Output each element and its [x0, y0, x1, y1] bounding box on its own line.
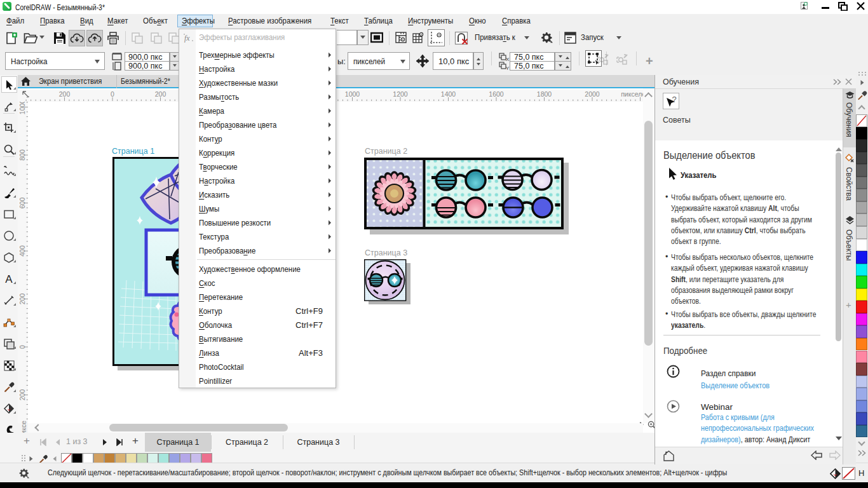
svg-text:0: 0: [18, 345, 26, 349]
svg-text:?: ?: [672, 95, 677, 104]
svg-text:1600: 1600: [489, 90, 504, 98]
svg-text:1800: 1800: [537, 90, 552, 98]
svg-text:200: 200: [18, 390, 26, 401]
svg-text:0: 0: [111, 90, 114, 98]
svg-text:200: 200: [59, 90, 71, 98]
svg-text:800: 800: [18, 149, 26, 161]
svg-text:A: A: [5, 273, 13, 285]
svg-text:400: 400: [18, 245, 26, 257]
svg-text:1400: 1400: [441, 90, 456, 98]
svg-text:fx: fx: [184, 34, 190, 43]
svg-text:600: 600: [18, 198, 26, 209]
svg-text:1000: 1000: [345, 90, 360, 98]
svg-text:1000: 1000: [18, 102, 26, 114]
svg-text:2000: 2000: [585, 90, 600, 98]
svg-text:1200: 1200: [393, 90, 408, 98]
svg-text:200: 200: [155, 90, 166, 98]
svg-text:200: 200: [18, 294, 26, 305]
